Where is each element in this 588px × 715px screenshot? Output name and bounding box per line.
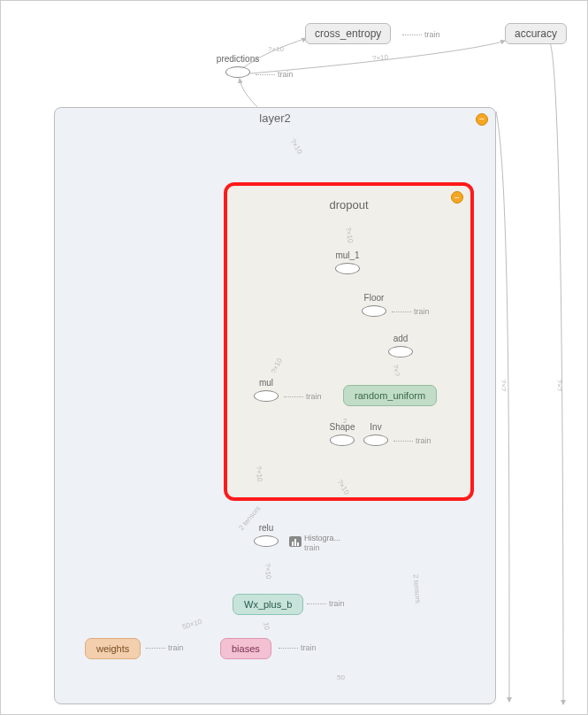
- node-shape[interactable]: Shape: [330, 434, 355, 446]
- node-weights[interactable]: weights: [85, 638, 141, 659]
- train-link-biases[interactable]: train: [279, 643, 317, 652]
- op-ellipse-icon: [330, 434, 355, 446]
- edge-label: 50: [337, 673, 345, 681]
- node-label: weights: [96, 643, 129, 654]
- collapse-icon[interactable]: −: [451, 191, 463, 204]
- group-title: dropout: [227, 198, 470, 211]
- node-mul[interactable]: mul: [254, 390, 279, 402]
- histogram-label: Histogra...: [304, 534, 340, 542]
- train-label: train: [301, 643, 317, 652]
- train-label: train: [329, 599, 345, 608]
- op-ellipse-icon: [362, 305, 386, 317]
- train-link-mul[interactable]: train: [284, 392, 322, 401]
- node-label: mul_1: [335, 250, 359, 260]
- group-title: layer2: [55, 111, 495, 125]
- node-floor[interactable]: Floor: [362, 305, 386, 317]
- tensorboard-graph-canvas: cross_entropy accuracy train predictions…: [0, 0, 588, 715]
- node-predictions[interactable]: predictions: [225, 66, 250, 78]
- node-label: cross_entropy: [315, 27, 381, 40]
- train-label: train: [168, 643, 184, 652]
- train-link-inv[interactable]: train: [393, 436, 431, 445]
- train-label: train: [278, 70, 294, 79]
- train-link-floor[interactable]: train: [392, 307, 430, 316]
- train-link-weights[interactable]: train: [146, 643, 184, 652]
- op-ellipse-icon: [388, 346, 413, 358]
- edge-label: ?×10: [268, 45, 284, 53]
- train-link-cross-entropy[interactable]: train: [402, 30, 440, 39]
- node-cross-entropy[interactable]: cross_entropy: [305, 23, 391, 44]
- op-ellipse-icon: [254, 390, 279, 402]
- train-link-wx[interactable]: train: [307, 599, 345, 608]
- node-inv[interactable]: Inv: [363, 434, 388, 446]
- node-label: predictions: [217, 54, 259, 64]
- node-label: Wx_plus_b: [244, 599, 292, 610]
- node-add[interactable]: add: [388, 346, 413, 358]
- node-label: Floor: [364, 293, 385, 303]
- node-label: mul: [259, 378, 273, 388]
- node-label: add: [393, 334, 409, 343]
- histogram-icon[interactable]: [289, 536, 302, 547]
- train-label: train: [306, 392, 322, 401]
- train-label: train: [416, 436, 431, 445]
- train-label: train: [414, 307, 430, 316]
- edge-label: ?×10: [372, 53, 389, 63]
- edge-label: ?×10: [255, 465, 264, 482]
- op-ellipse-icon: [335, 263, 360, 274]
- op-ellipse-icon: [225, 66, 250, 78]
- edge-label: ?×?: [555, 380, 563, 392]
- node-random-uniform[interactable]: random_uniform: [343, 385, 437, 406]
- node-label: biases: [232, 643, 260, 654]
- op-ellipse-icon: [254, 535, 279, 547]
- node-mul-1[interactable]: mul_1: [335, 263, 360, 274]
- node-accuracy[interactable]: accuracy: [505, 23, 567, 44]
- op-ellipse-icon: [363, 434, 388, 446]
- edge-label: ?×?: [500, 380, 508, 392]
- node-relu[interactable]: relu: [254, 535, 279, 547]
- node-label: accuracy: [515, 27, 557, 40]
- edge-label: 10: [262, 621, 271, 630]
- node-label: Inv: [370, 422, 381, 432]
- edge-label: ?×10: [263, 563, 273, 580]
- node-label: Shape: [330, 422, 355, 432]
- train-link-predictions[interactable]: train: [256, 70, 294, 79]
- train-label: train: [424, 30, 440, 39]
- collapse-icon[interactable]: −: [476, 113, 488, 126]
- train-label: train: [304, 543, 320, 552]
- node-wx-plus-b[interactable]: Wx_plus_b: [233, 594, 303, 615]
- node-label: relu: [259, 523, 274, 533]
- node-label: random_uniform: [355, 390, 425, 401]
- node-biases[interactable]: biases: [220, 638, 271, 659]
- edge-label: 2: [343, 417, 347, 425]
